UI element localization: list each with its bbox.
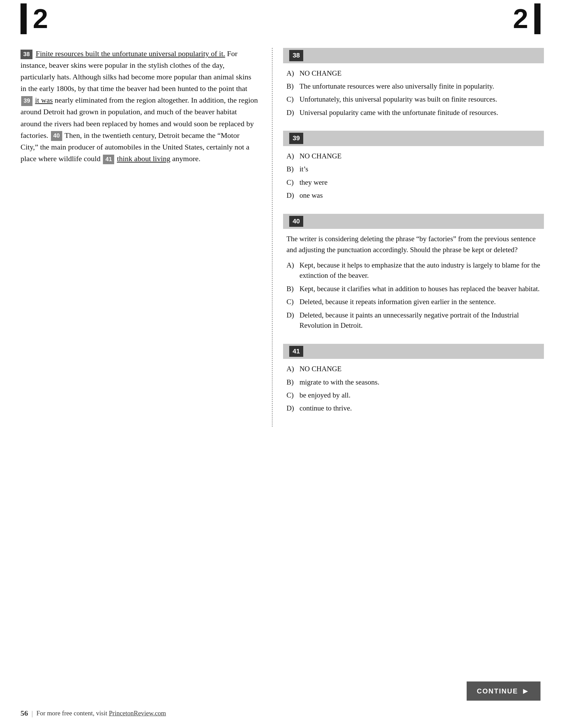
question-39-badge: 39 — [289, 133, 303, 144]
question-41-badge: 41 — [289, 346, 303, 357]
answer-40-d-text: Deleted, because it paints an unnecessar… — [299, 310, 540, 331]
footer-pipe: | — [31, 709, 33, 718]
answer-41-b-text: migrate to with the seasons. — [299, 377, 540, 387]
answer-38-c-text: Unfortunately, this universal popularity… — [299, 94, 540, 104]
answer-38-c[interactable]: C) Unfortunately, this universal popular… — [283, 94, 544, 104]
answer-40-a[interactable]: A) Kept, because it helps to emphasize t… — [283, 260, 544, 281]
question-40-badge: 40 — [289, 216, 303, 227]
question-38-badge: 38 — [289, 50, 303, 61]
answer-41-c[interactable]: C) be enjoyed by all. — [283, 390, 544, 400]
question-40-prompt: The writer is considering deleting the p… — [283, 234, 544, 255]
answer-41-d-letter: D) — [286, 403, 299, 413]
passage-underlined-39: it was — [35, 96, 53, 104]
question-39-header: 39 — [283, 131, 544, 146]
footer-text: For more free content, visit PrincetonRe… — [36, 710, 166, 717]
black-bar-left — [21, 3, 27, 34]
answer-40-c-letter: C) — [286, 297, 299, 307]
passage-text-4: anymore. — [172, 154, 200, 163]
answer-38-c-letter: C) — [286, 94, 299, 104]
answer-38-d-text: Universal popularity came with the unfor… — [299, 107, 540, 118]
answer-41-b-letter: B) — [286, 377, 299, 387]
answer-40-b-letter: B) — [286, 284, 299, 294]
question-38-header: 38 — [283, 48, 544, 63]
answer-39-b-letter: B) — [286, 164, 299, 174]
answer-41-c-text: be enjoyed by all. — [299, 390, 540, 400]
answer-39-b-text: it’s — [299, 164, 540, 174]
answer-40-c[interactable]: C) Deleted, because it repeats informati… — [283, 297, 544, 307]
answer-41-c-letter: C) — [286, 390, 299, 400]
passage-badge-38: 38 — [21, 50, 32, 59]
section-num-left: 2 — [21, 3, 48, 34]
answer-39-d[interactable]: D) one was — [283, 190, 544, 200]
question-39: 39 A) NO CHANGE B) it’s C) they were D) … — [283, 131, 544, 200]
question-40: 40 The writer is considering deleting th… — [283, 214, 544, 331]
answer-39-a[interactable]: A) NO CHANGE — [283, 151, 544, 161]
answer-40-d[interactable]: D) Deleted, because it paints an unneces… — [283, 310, 544, 331]
answer-38-b-text: The unfortunate resources were also univ… — [299, 81, 540, 91]
answer-38-d[interactable]: D) Universal popularity came with the un… — [283, 107, 544, 118]
question-41: 41 A) NO CHANGE B) migrate to with the s… — [283, 344, 544, 414]
answer-40-a-text: Kept, because it helps to emphasize that… — [299, 260, 540, 281]
answer-41-b[interactable]: B) migrate to with the seasons. — [283, 377, 544, 387]
question-41-header: 41 — [283, 344, 544, 359]
section-number-left: 2 — [33, 5, 48, 32]
answer-38-a-letter: A) — [286, 68, 299, 78]
answer-39-c-text: they were — [299, 177, 540, 187]
answer-41-a-letter: A) — [286, 364, 299, 374]
answer-41-d[interactable]: D) continue to thrive. — [283, 403, 544, 413]
answer-38-a[interactable]: A) NO CHANGE — [283, 68, 544, 78]
footer-page-number: 56 — [21, 709, 28, 718]
answer-40-d-letter: D) — [286, 310, 299, 331]
answer-40-a-letter: A) — [286, 260, 299, 281]
question-38: 38 A) NO CHANGE B) The unfortunate resou… — [283, 48, 544, 118]
header-left: 2 — [0, 0, 48, 38]
answer-39-a-letter: A) — [286, 151, 299, 161]
passage-text: 38 Finite resources built the unfortunat… — [21, 48, 258, 165]
questions-column: 38 A) NO CHANGE B) The unfortunate resou… — [272, 48, 544, 427]
continue-button[interactable]: CONTINUE ► — [467, 681, 540, 701]
answer-41-a-text: NO CHANGE — [299, 364, 540, 374]
continue-label: CONTINUE — [477, 687, 518, 695]
answer-39-b[interactable]: B) it’s — [283, 164, 544, 174]
answer-39-d-text: one was — [299, 190, 540, 200]
answer-39-d-letter: D) — [286, 190, 299, 200]
passage-column: 38 Finite resources built the unfortunat… — [21, 48, 272, 427]
answer-38-b[interactable]: B) The unfortunate resources were also u… — [283, 81, 544, 91]
answer-41-a[interactable]: A) NO CHANGE — [283, 364, 544, 374]
section-number-right: 2 — [513, 5, 529, 32]
passage-underlined-38: Finite resources built the unfortunate u… — [36, 49, 225, 58]
passage-underlined-41: think about living — [117, 154, 170, 163]
page-footer: 56 | For more free content, visit Prince… — [0, 709, 561, 718]
section-num-right: 2 — [513, 3, 541, 34]
page-wrapper: 2 2 38 Finite resources built the unfort… — [0, 0, 561, 728]
answer-38-b-letter: B) — [286, 81, 299, 91]
black-bar-right — [534, 3, 540, 34]
answer-38-d-letter: D) — [286, 107, 299, 118]
footer-link[interactable]: PrincetonReview.com — [109, 710, 166, 717]
footer-left: 56 | For more free content, visit Prince… — [21, 709, 166, 718]
answer-39-c[interactable]: C) they were — [283, 177, 544, 187]
continue-arrow-icon: ► — [521, 686, 530, 696]
passage-badge-40: 40 — [51, 131, 62, 141]
passage-badge-39: 39 — [21, 96, 32, 106]
passage-badge-41: 41 — [103, 155, 114, 164]
answer-40-b-text: Kept, because it clarifies what in addit… — [299, 284, 540, 294]
header-right: 2 — [513, 0, 561, 38]
answer-38-a-text: NO CHANGE — [299, 68, 540, 78]
question-40-header: 40 — [283, 214, 544, 229]
content-area: 38 Finite resources built the unfortunat… — [0, 48, 561, 454]
answer-39-c-letter: C) — [286, 177, 299, 187]
answer-39-a-text: NO CHANGE — [299, 151, 540, 161]
answer-40-c-text: Deleted, because it repeats information … — [299, 297, 540, 307]
answer-40-b[interactable]: B) Kept, because it clarifies what in ad… — [283, 284, 544, 294]
page-header: 2 2 — [0, 0, 561, 38]
footer-text-label: For more free content, visit — [36, 710, 109, 717]
answer-41-d-text: continue to thrive. — [299, 403, 540, 413]
